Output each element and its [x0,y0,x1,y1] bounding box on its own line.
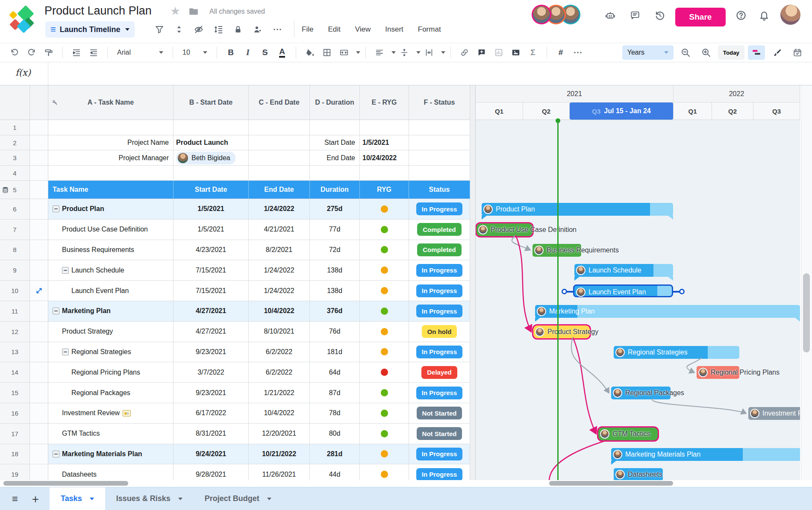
collapse-toggle[interactable] [53,451,59,457]
duration-cell[interactable]: 77d [310,220,360,240]
duration-cell[interactable]: 76d [310,322,360,342]
align-button[interactable] [371,45,388,60]
status-cell[interactable]: Delayed [409,362,470,382]
menu-file[interactable]: File [302,25,313,34]
table-header-row[interactable]: 5Task NameStart DateEnd DateDurationRYGS… [0,181,470,199]
gantt-bar-ps[interactable]: Product Strategy [533,325,590,338]
start-date-cell[interactable]: 4/23/2021 [174,240,249,260]
end-date-cell[interactable]: 10/4/2022 [249,301,310,321]
text-color-button[interactable]: A [274,45,291,60]
vertical-scrollbar-thumb[interactable] [803,273,810,352]
add-sheet-button[interactable]: + [30,493,41,504]
ryg-cell[interactable] [360,403,409,423]
font-family-select[interactable]: Arial [113,45,168,60]
dependency-handle[interactable] [562,289,567,294]
valign-button[interactable] [396,45,413,60]
table-row[interactable]: 10Launch Event Plan7/15/20211/24/2022138… [0,281,470,301]
grid-cell[interactable] [249,166,310,180]
dependency-handle[interactable] [679,289,685,294]
duration-cell[interactable]: 80d [310,424,360,444]
grid-cell[interactable]: Project Manager [48,150,174,165]
row-number[interactable]: 8 [0,240,30,260]
ryg-cell[interactable] [360,464,409,480]
duration-cell[interactable]: 281d [310,444,360,464]
bot-button[interactable] [602,7,619,24]
row-number[interactable]: 19 [0,464,30,480]
gantt-bar-ir[interactable]: Investment Review [748,407,800,420]
brush-button[interactable] [768,45,786,60]
history-button[interactable] [651,7,668,24]
sheet-menu-icon[interactable]: ≡ [9,493,21,504]
gantt-hscrollbar-thumb[interactable] [549,481,673,486]
table-row[interactable]: 9Launch Schedule7/15/20211/24/2022138dIn… [0,260,470,281]
view-selector[interactable]: ≡ Launch Timeline [45,21,135,38]
task-name-cell[interactable]: Datasheets [48,464,174,480]
gantt-bar-rs[interactable]: Regional Strategies [614,346,739,359]
strikethrough-button[interactable]: S [256,45,274,60]
task-name-cell[interactable]: Product Use Case Definition [48,220,174,240]
gantt-quarter-cell[interactable]: Q1 [674,103,712,120]
duration-cell[interactable]: 181d [310,342,360,362]
collapse-toggle[interactable] [53,308,59,314]
column-header[interactable]: F - Status [409,85,470,120]
formula-bar[interactable]: f(x) [0,62,812,85]
menu-view[interactable]: View [355,25,371,34]
row-height-button[interactable] [209,22,228,37]
end-date-cell[interactable]: 6/2/2022 [249,342,310,362]
task-name-cell[interactable]: Business Requirements [48,240,174,260]
row-gutter[interactable] [30,166,48,180]
row-gutter[interactable] [30,120,48,135]
image-button[interactable] [507,45,524,60]
fill-button[interactable] [301,45,318,60]
bell-button[interactable] [756,7,773,24]
folder-icon[interactable] [188,6,199,17]
ryg-cell[interactable] [360,424,409,444]
ryg-cell[interactable] [360,199,409,219]
chart-button[interactable] [490,45,507,60]
start-date-cell[interactable]: 9/28/2021 [174,464,249,480]
chat-button[interactable] [627,7,644,24]
row-gutter[interactable] [30,383,48,403]
row-gutter[interactable] [30,135,48,150]
grid-cell[interactable] [409,166,470,180]
zoom-out-button[interactable] [677,45,694,60]
grid-cell[interactable]: Project Name [48,135,174,150]
grid-cell[interactable] [249,135,310,150]
status-cell[interactable]: Not Started [409,424,470,444]
table-row[interactable]: 15Regional Packages9/23/20211/21/202287d… [0,383,470,403]
row-number[interactable]: 2 [0,135,30,150]
table-row[interactable]: 2Project NameProduct LaunchStart Date1/5… [0,135,470,150]
row-number[interactable]: 12 [0,322,30,342]
grid-hscrollbar-thumb[interactable] [3,481,128,486]
duration-cell[interactable]: 376d [310,301,360,321]
task-name-cell[interactable]: Launch Event Plan [48,281,174,301]
start-date-cell[interactable]: 6/17/2022 [174,403,249,423]
grid-cell[interactable]: Start Date [310,135,360,150]
table-row[interactable]: 3Project ManagerBeth BigideaEnd Date10/2… [0,150,470,166]
bold-button[interactable]: B [222,45,239,60]
row-number[interactable]: 15 [0,383,30,403]
gantt-quarter-cell[interactable]: Q1 [476,103,523,120]
status-cell[interactable]: On hold [409,322,470,342]
collapse-toggle[interactable] [62,267,69,274]
table-row[interactable]: 8Business Requirements4/23/20218/2/20217… [0,240,470,261]
row-number[interactable]: 6 [0,199,30,219]
task-name-cell[interactable]: Regional Packages [48,383,174,403]
favorite-star-icon[interactable]: ★ [170,4,180,18]
task-name-cell[interactable]: Investment Review [48,403,174,423]
start-date-cell[interactable]: 9/24/2021 [174,444,249,464]
lock-button[interactable] [228,22,248,37]
row-gutter[interactable] [30,362,48,382]
table-header-cell[interactable]: Task Name [48,181,174,199]
gantt-bar-ds[interactable]: Datasheets [614,468,663,480]
table-row[interactable]: 11Marketing Plan4/27/202110/4/2022376dIn… [0,301,470,322]
task-name-cell[interactable]: Product Strategy [48,322,174,342]
row-gutter[interactable] [30,301,48,321]
task-name-cell[interactable]: Regional Strategies [48,342,174,362]
start-date-cell[interactable]: 9/23/2021 [174,383,249,403]
column-header[interactable]: A - Task Name [48,85,174,120]
sort-button[interactable] [169,22,189,37]
borders-button[interactable] [318,45,335,60]
task-name-cell[interactable]: GTM Tactics [48,424,174,444]
app-logo[interactable] [7,5,38,37]
